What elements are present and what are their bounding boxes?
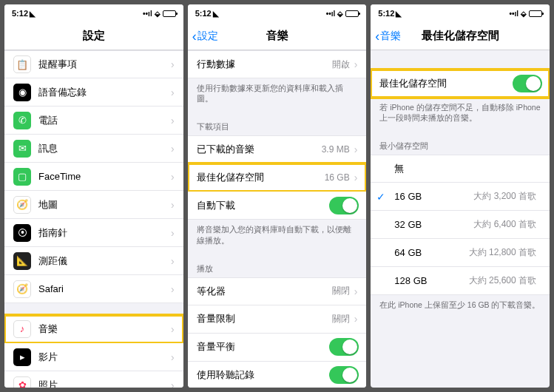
facetime-icon: ▢ (13, 168, 31, 186)
label: 影片 (38, 351, 171, 364)
photos-icon: ✿ (13, 376, 31, 388)
label: 音量限制 (197, 312, 332, 325)
safari-icon: 🧭 (13, 280, 31, 298)
storage-option-128GB[interactable]: 128 GB大約 25,600 首歌 (371, 267, 550, 295)
chevron-right-icon: › (171, 255, 175, 267)
chevron-left-icon: ‹ (192, 30, 197, 43)
row-eq[interactable]: 等化器 關閉 › (188, 277, 367, 305)
chevron-right-icon: › (171, 283, 175, 295)
label: 16 GB (394, 191, 473, 202)
status-time: 5:12 (195, 9, 212, 18)
wifi-icon: ⬙ (155, 10, 161, 18)
label: 指南針 (38, 226, 171, 240)
chevron-right-icon: › (171, 351, 175, 363)
chevron-right-icon: › (354, 285, 358, 297)
label: 最佳化儲存空間 (379, 77, 513, 90)
header-downloads: 下載項目 (188, 111, 367, 135)
settings-row-tv[interactable]: ▸影片› (4, 343, 183, 371)
row-listening-history[interactable]: 使用聆聽記錄 (188, 362, 367, 388)
checkmark-icon: ✓ (376, 191, 390, 203)
settings-row-compass[interactable]: ⦿指南針› (4, 219, 183, 247)
row-optimize-toggle[interactable]: 最佳化儲存空間 (371, 70, 550, 98)
battery-icon (345, 10, 359, 17)
value: 大約 25,600 首歌 (469, 274, 536, 287)
label: 語音備忘錄 (38, 86, 171, 99)
storage-option-無[interactable]: 無 (371, 155, 550, 183)
row-optimize-storage[interactable]: 最佳化儲存空間 16 GB › (188, 163, 367, 192)
label: 電話 (38, 114, 171, 127)
battery-icon (163, 10, 176, 17)
toggle-optimize-storage[interactable] (513, 75, 542, 92)
nav-title: 設定 (4, 29, 183, 43)
value: 關閉 (332, 285, 350, 297)
settings-row-phone[interactable]: ✆電話› (4, 107, 183, 135)
toggle-sound-check[interactable] (329, 338, 359, 356)
chevron-right-icon: › (354, 313, 358, 325)
measure-icon: 📐 (13, 252, 31, 270)
screenshot-settings-root: 5:12◣ ••ıl ⬙ 設定 📋提醒事項›◉語音備忘錄›✆電話›✉訊息›▢Fa… (4, 4, 183, 388)
location-icon: ◣ (213, 10, 219, 18)
settings-row-messages[interactable]: ✉訊息› (4, 135, 183, 163)
settings-row-photos[interactable]: ✿照片› (4, 371, 183, 388)
label: 無 (394, 162, 536, 175)
back-button[interactable]: ‹ 音樂 (375, 30, 401, 43)
chevron-right-icon: › (171, 87, 175, 98)
status-right: ••ıl ⬙ (143, 10, 176, 18)
chevron-right-icon: › (171, 115, 175, 126)
chevron-right-icon: › (171, 58, 175, 70)
settings-row-maps[interactable]: 🧭地圖› (4, 191, 183, 219)
signal-icon: ••ıl (326, 10, 336, 18)
chevron-right-icon: › (354, 58, 358, 70)
screenshot-music-settings: 5:12◣ ••ıl ⬙ ‹ 設定 音樂 行動數據 開啟 › 使用行動數據來更新… (188, 4, 367, 388)
label: 等化器 (197, 285, 332, 298)
storage-option-64GB[interactable]: 64 GB大約 12,800 首歌 (371, 239, 550, 267)
nav-bar: ‹ 音樂 最佳化儲存空間 (371, 22, 550, 50)
label: FaceTime (38, 171, 171, 182)
label: 自動下載 (197, 199, 330, 212)
chevron-right-icon: › (354, 143, 358, 155)
label: 64 GB (394, 247, 468, 258)
row-auto-download[interactable]: 自動下載 (188, 192, 367, 220)
row-downloaded-music[interactable]: 已下載的音樂 3.9 MB › (188, 135, 367, 163)
toggle-auto-download[interactable] (329, 197, 359, 214)
status-right: ••ıl ⬙ (509, 10, 542, 18)
row-volume-limit[interactable]: 音量限制 關閉 › (188, 305, 367, 334)
maps-icon: 🧭 (13, 196, 31, 214)
storage-option-32GB[interactable]: 32 GB大約 6,400 首歌 (371, 211, 550, 239)
location-icon: ◣ (30, 10, 36, 18)
toggle-listening-history[interactable] (329, 366, 359, 384)
settings-list[interactable]: 📋提醒事項›◉語音備忘錄›✆電話›✉訊息›▢FaceTime›🧭地圖›⦿指南針›… (4, 50, 183, 388)
label: 行動數據 (197, 58, 332, 71)
settings-row-music[interactable]: ♪音樂› (4, 315, 183, 343)
music-settings-list[interactable]: 行動數據 開啟 › 使用行動數據來更新您的資料庫和載入插圖。 下載項目 已下載的… (188, 50, 367, 388)
label: 32 GB (394, 219, 473, 230)
value: 大約 12,800 首歌 (469, 246, 536, 259)
settings-row-voicememos[interactable]: ◉語音備忘錄› (4, 78, 183, 107)
row-cellular-data[interactable]: 行動數據 開啟 › (188, 50, 367, 78)
settings-row-safari[interactable]: 🧭Safari› (4, 275, 183, 303)
chevron-right-icon: › (171, 323, 175, 335)
storage-option-16GB[interactable]: ✓16 GB大約 3,200 首歌 (371, 183, 550, 211)
reminders-icon: 📋 (13, 55, 31, 73)
status-bar: 5:12◣ ••ıl ⬙ (371, 4, 550, 22)
settings-row-reminders[interactable]: 📋提醒事項› (4, 50, 183, 78)
chevron-right-icon: › (171, 199, 175, 211)
footer-downloads: 將音樂加入您的資料庫時自動下載，以便離線播放。 (188, 220, 367, 252)
status-bar: 5:12◣ ••ıl ⬙ (4, 4, 183, 22)
optimize-list[interactable]: 最佳化儲存空間 若 iPhone 的儲存空間不足，自動移除 iPhone 上一段… (371, 50, 550, 388)
battery-icon (529, 10, 542, 17)
value: 大約 3,200 首歌 (473, 190, 536, 203)
back-button[interactable]: ‹ 設定 (192, 30, 218, 43)
value: 開啟 (332, 58, 350, 71)
wifi-icon: ⬙ (521, 10, 527, 18)
nav-bar: ‹ 設定 音樂 (188, 22, 367, 50)
settings-row-measure[interactable]: 📐測距儀› (4, 247, 183, 275)
header-min-storage: 最小儲存空間 (371, 130, 550, 155)
row-sound-check[interactable]: 音量平衡 (188, 334, 367, 362)
settings-row-facetime[interactable]: ▢FaceTime› (4, 163, 183, 191)
label: Safari (38, 283, 171, 294)
label: 已下載的音樂 (197, 143, 322, 156)
label: 最佳化儲存空間 (197, 171, 325, 184)
messages-icon: ✉ (13, 140, 31, 158)
status-right: ••ıl ⬙ (326, 10, 359, 18)
